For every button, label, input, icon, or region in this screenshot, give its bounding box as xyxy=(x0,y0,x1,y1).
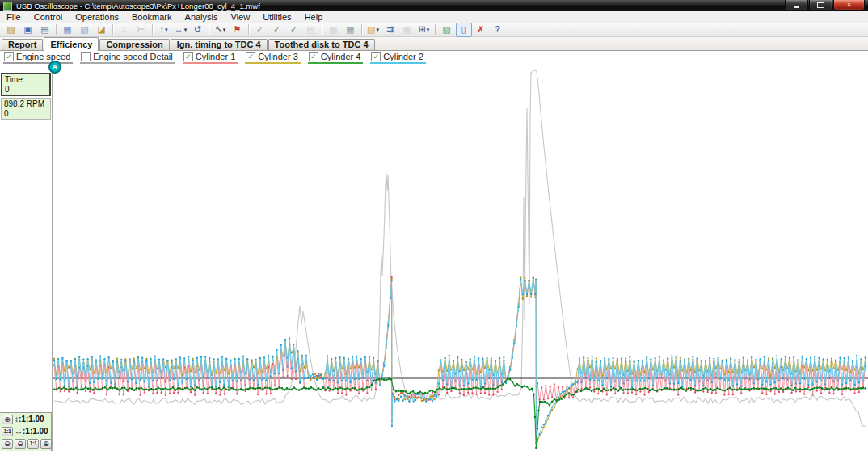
time-readout[interactable]: Time: 0 xyxy=(1,73,51,96)
menu-item-bookmark[interactable]: Bookmark xyxy=(125,11,179,23)
toolbar-button-measure-time[interactable]: ⊢ xyxy=(133,23,150,37)
toolbar-button-report-view[interactable]: ▯ xyxy=(456,23,472,37)
channel-label: Cylinder 1 xyxy=(196,52,236,61)
open-recent-icon: ▨ xyxy=(367,25,375,34)
channel-toggles: ✓ Engine speed Engine speed Detail ✓ Cyl… xyxy=(0,51,868,65)
title-bar: USB Oscilloscope - C:\temp\Autoscope3\Px… xyxy=(0,0,868,11)
toolbar-button-waveform-image[interactable]: ▧ xyxy=(439,23,455,37)
toolbar-separator xyxy=(56,24,57,35)
tab-compression[interactable]: Compression xyxy=(99,39,169,50)
menu-item-analysis[interactable]: Analysis xyxy=(179,11,225,23)
checkbox-icon: ✓ xyxy=(246,52,255,61)
zoom-out-vertical-button[interactable]: ⊖ xyxy=(2,439,13,449)
rpm-readout[interactable]: 898.2 RPM 0 xyxy=(1,98,51,120)
virtual-keyboard-icon: ⊞ xyxy=(419,25,426,34)
toolbar-button-print[interactable]: ▤ xyxy=(37,23,53,37)
dropdown-arrow-icon: ▾ xyxy=(427,27,430,33)
measure-level-icon: ⊥ xyxy=(120,25,128,34)
toolbar-button-measure-level[interactable]: ⊥ xyxy=(116,23,133,37)
checkbox-icon: ✓ xyxy=(183,52,193,61)
channel-engine-speed-detail[interactable]: Engine speed Detail xyxy=(80,52,175,64)
channel-label: Cylinder 3 xyxy=(258,52,298,61)
toolbar-button-scale-vertical[interactable]: ↕▾ xyxy=(156,23,172,37)
menu-item-control[interactable]: Control xyxy=(27,11,69,23)
toolbar-separator xyxy=(152,24,153,35)
toolbar-button-save-file[interactable]: ▣ xyxy=(20,23,36,37)
dropdown-arrow-icon: ▾ xyxy=(223,27,226,33)
tab-efficiency[interactable]: Efficiency xyxy=(44,37,99,51)
toolbar-button-delete-marks[interactable]: ✗ xyxy=(473,23,489,37)
toolbar-button-copy-table[interactable]: ▦ xyxy=(343,23,359,37)
toolbar-button-data-table[interactable]: ▦ xyxy=(326,23,342,37)
time-label: Time: xyxy=(5,75,47,85)
tab-ign-timing-to-tdc-4[interactable]: Ign. timing to TDC 4 xyxy=(171,39,268,50)
channel-cylinder-4[interactable]: ✓ Cylinder 4 xyxy=(308,52,364,64)
rpm-label: 898.2 RPM xyxy=(4,99,48,109)
clear-data-icon: ▦ xyxy=(402,25,411,34)
channel-cylinder-3[interactable]: ✓ Cylinder 3 xyxy=(245,52,301,64)
rpm-value: 0 xyxy=(4,109,48,119)
copy-screen-icon: ▦ xyxy=(63,25,71,34)
menu-item-utilities[interactable]: Utilities xyxy=(256,11,297,23)
toolbar-button-notes[interactable]: ▤ xyxy=(303,23,319,37)
menu-item-operations[interactable]: Operations xyxy=(69,11,125,23)
marker-a-badge[interactable]: A xyxy=(48,61,61,74)
undo-icon: ↺ xyxy=(194,25,201,34)
cursor-mode-icon: ↖ xyxy=(215,25,222,34)
close-button[interactable]: × xyxy=(833,0,865,11)
toolbar-separator xyxy=(435,24,436,35)
toolbar-button-export-image[interactable]: ◪ xyxy=(94,23,110,37)
menu-item-view[interactable]: View xyxy=(225,11,257,23)
dropdown-arrow-icon: ▾ xyxy=(376,27,379,33)
readout-panel: Time: 0 898.2 RPM 0 xyxy=(0,65,53,451)
zoom-out-horizontal-button[interactable]: ⊖ xyxy=(15,439,26,449)
channel-engine-speed[interactable]: ✓ Engine speed xyxy=(3,52,73,64)
toolbar-button-marker-flag[interactable]: ⚑ xyxy=(230,23,246,37)
channel-cylinder-1[interactable]: ✓ Cylinder 1 xyxy=(183,52,238,64)
copy-table-icon: ▦ xyxy=(346,25,354,34)
window-controls: × xyxy=(784,0,865,11)
tab-report[interactable]: Report xyxy=(2,39,43,50)
toolbar-button-scale-horizontal[interactable]: ↔▾ xyxy=(173,23,189,37)
channel-cylinder-2[interactable]: ✓ Cylinder 2 xyxy=(370,52,426,64)
toolbar-button-cursor-mode[interactable]: ↖▾ xyxy=(213,23,229,37)
toolbar-button-open-file[interactable]: ▨ xyxy=(3,23,19,37)
zoom-in-button[interactable]: ⊕ xyxy=(2,415,13,424)
measure-time-icon: ⊢ xyxy=(137,25,145,34)
send-report-icon: ⇉ xyxy=(386,25,394,34)
checkbox-icon xyxy=(81,52,91,61)
toolbar-button-open-recent[interactable]: ▨▾ xyxy=(365,23,381,37)
vertical-scale-readout: ↕:1:1.00 xyxy=(15,415,44,424)
checkbox-icon: ✓ xyxy=(371,52,381,61)
toolbar-button-copy-waveform[interactable]: ▧ xyxy=(77,23,93,37)
toolbar-button-copy-screen[interactable]: ▦ xyxy=(60,23,76,37)
toolbar-button-accept[interactable]: ✓ xyxy=(252,23,268,37)
channel-label: Engine speed Detail xyxy=(93,52,172,61)
reset-scale-button[interactable]: 1:1 xyxy=(2,427,13,436)
dropdown-arrow-icon: ▾ xyxy=(165,27,168,33)
waveform-chart[interactable] xyxy=(53,65,868,451)
toolbar-button-send-report[interactable]: ⇉ xyxy=(382,23,398,37)
toolbar-button-undo[interactable]: ↺ xyxy=(190,23,206,37)
zoom-in-horizontal-button[interactable]: ⊕ xyxy=(40,439,52,449)
toolbar-separator xyxy=(361,24,362,35)
accept-icon: ✓ xyxy=(256,25,263,34)
minimize-button[interactable] xyxy=(785,0,808,11)
tab-toothed-disk-to-tdc-4[interactable]: Toothed disk to TDC 4 xyxy=(268,39,375,50)
toolbar-button-clear-data[interactable]: ▦ xyxy=(399,23,415,37)
toolbar-button-accept-all[interactable]: ✓ xyxy=(269,23,285,37)
menu-item-file[interactable]: File xyxy=(0,11,27,23)
export-image-icon: ◪ xyxy=(97,25,105,34)
toolbar-separator xyxy=(112,24,113,35)
horizontal-scale-readout: ↔:1:1.00 xyxy=(15,427,48,436)
toolbar-button-apply-analysis[interactable]: ✓ xyxy=(286,23,302,37)
reset-1to1-button[interactable]: 1:1 xyxy=(27,439,39,449)
menu-item-help[interactable]: Help xyxy=(298,11,330,23)
toolbar-button-virtual-keyboard[interactable]: ⊞▾ xyxy=(416,23,432,37)
time-value: 0 xyxy=(5,85,47,95)
toolbar-button-help[interactable]: ? xyxy=(490,23,506,37)
notes-icon: ▤ xyxy=(306,25,314,34)
maximize-button[interactable] xyxy=(809,0,832,11)
menu-bar: File Control Operations Bookmark Analysi… xyxy=(0,11,868,23)
apply-analysis-icon: ✓ xyxy=(290,25,297,34)
